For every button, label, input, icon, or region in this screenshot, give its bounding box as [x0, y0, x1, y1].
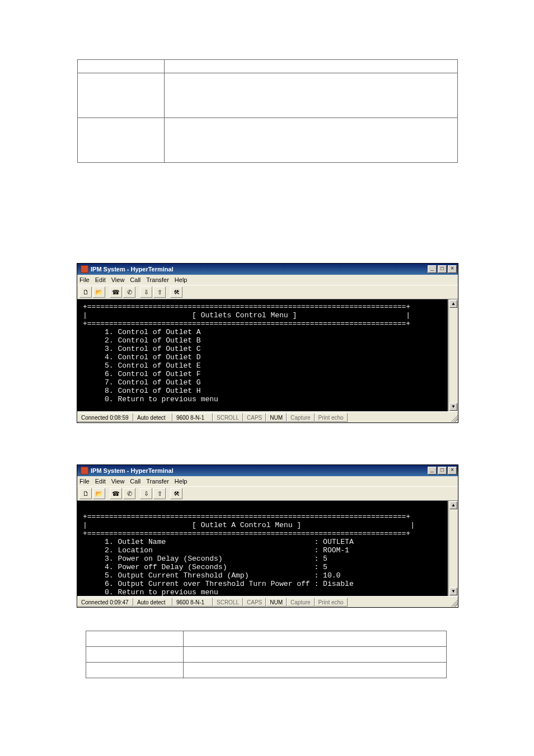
t1-r1c1 — [78, 60, 165, 73]
vertical-scrollbar[interactable]: ▲ ▼ — [448, 299, 457, 411]
connect-icon[interactable]: ☎ — [110, 287, 122, 298]
row-0: 0. Return to previous menu — [105, 588, 218, 596]
connect-icon[interactable]: ☎ — [110, 488, 122, 499]
menu-item-2: 2. Control of Outlet B — [105, 336, 201, 345]
titlebar[interactable]: IPM System - HyperTerminal _ □ × — [77, 264, 458, 275]
status-num: NUM — [266, 598, 287, 607]
status-num: NUM — [266, 413, 287, 422]
terminal-output[interactable]: +=======================================… — [77, 299, 458, 411]
row-1-label: 1. Outlet Name — [105, 538, 166, 546]
t1-r3c2 — [164, 118, 457, 163]
t2-r1c1 — [86, 631, 184, 647]
row-2-label: 2. Location — [105, 546, 153, 555]
send-icon[interactable]: ⇩ — [140, 488, 152, 499]
row-3-value: 5 — [323, 555, 327, 563]
hyperterminal-window-outlet-a-control: IPM System - HyperTerminal _ □ × File Ed… — [77, 464, 458, 608]
status-caps: CAPS — [243, 598, 266, 607]
terminal-output[interactable]: +=======================================… — [77, 501, 458, 596]
maximize-button[interactable]: □ — [438, 265, 447, 273]
statusbar: Connected 0:09:47 Auto detect 9600 8-N-1… — [77, 596, 458, 607]
status-detect: Auto detect — [133, 413, 172, 422]
status-baud: 9600 8-N-1 — [172, 598, 213, 607]
menu-transfer[interactable]: Transfer — [146, 478, 169, 485]
menu-edit[interactable]: Edit — [95, 478, 106, 485]
open-icon[interactable]: 📂 — [93, 287, 105, 298]
titlebar[interactable]: IPM System - HyperTerminal _ □ × — [77, 465, 458, 476]
menu-edit[interactable]: Edit — [95, 276, 106, 283]
menu-transfer[interactable]: Transfer — [146, 276, 169, 283]
row-5-value: 10.0 — [323, 571, 340, 580]
menu-call[interactable]: Call — [130, 478, 140, 485]
t1-r2c2 — [164, 73, 457, 118]
properties-icon[interactable]: 🛠 — [170, 287, 182, 298]
row-3-label: 3. Power on Delay (Seconds) — [105, 555, 223, 563]
menu-view[interactable]: View — [111, 478, 125, 485]
t2-r3c2 — [183, 663, 446, 678]
status-scroll: SCROLL — [213, 598, 243, 607]
scroll-up-icon[interactable]: ▲ — [449, 300, 457, 308]
menu-item-1: 1. Control of Outlet A — [105, 328, 201, 336]
t2-r1c2 — [183, 631, 446, 647]
status-connected: Connected 0:09:47 — [77, 598, 133, 607]
menu-item-0: 0. Return to previous menu — [105, 395, 218, 403]
t1-r1c2 — [164, 60, 457, 73]
t1-r3c1 — [78, 118, 165, 163]
status-capture: Capture — [287, 598, 315, 607]
menu-call[interactable]: Call — [130, 276, 140, 283]
menu-help[interactable]: Help — [175, 276, 188, 283]
new-icon[interactable]: 🗋 — [79, 287, 92, 298]
menu-item-7: 7. Control of Outlet G — [105, 378, 201, 387]
menu-item-4: 4. Control of Outlet D — [105, 353, 201, 361]
row-6-value: Disable — [323, 580, 354, 588]
scroll-up-icon[interactable]: ▲ — [449, 501, 457, 509]
row-2-value: ROOM-1 — [323, 546, 349, 555]
close-button[interactable]: × — [448, 467, 457, 475]
row-4-value: 5 — [323, 563, 327, 571]
menu-file[interactable]: File — [79, 276, 90, 283]
receive-icon[interactable]: ⇧ — [153, 287, 166, 298]
minimize-button[interactable]: _ — [428, 467, 437, 475]
menu-header: [ Outlets Control Menu ] — [192, 311, 297, 320]
window-title: IPM System - HyperTerminal — [91, 266, 428, 273]
toolbar: 🗋 📂 ☎ ✆ ⇩ ⇧ 🛠 — [77, 285, 458, 299]
toolbar: 🗋 📂 ☎ ✆ ⇩ ⇧ 🛠 — [77, 486, 458, 501]
menu-help[interactable]: Help — [175, 478, 188, 485]
row-5-label: 5. Output Current Threshold (Amp) — [105, 571, 249, 580]
new-icon[interactable]: 🗋 — [79, 488, 92, 499]
menu-file[interactable]: File — [79, 478, 90, 485]
status-caps: CAPS — [243, 413, 266, 422]
menu-view[interactable]: View — [111, 276, 125, 283]
t2-r3c1 — [86, 663, 184, 678]
statusbar: Connected 0:08:59 Auto detect 9600 8-N-1… — [77, 411, 458, 422]
t1-r2c1 — [78, 73, 165, 118]
window-title: IPM System - HyperTerminal — [91, 467, 428, 474]
hyperterminal-window-outlets-control: IPM System - HyperTerminal _ □ × File Ed… — [77, 263, 458, 423]
status-capture: Capture — [287, 413, 315, 422]
app-icon — [81, 265, 88, 273]
status-scroll: SCROLL — [213, 413, 243, 422]
status-connected: Connected 0:08:59 — [77, 413, 133, 422]
menu-header: [ Outlet A Control Menu ] — [192, 521, 301, 529]
menu-item-8: 8. Control of Outlet H — [105, 387, 201, 395]
receive-icon[interactable]: ⇧ — [153, 488, 166, 499]
properties-icon[interactable]: 🛠 — [170, 488, 182, 499]
disconnect-icon[interactable]: ✆ — [123, 287, 135, 298]
vertical-scrollbar[interactable]: ▲ ▼ — [448, 501, 457, 596]
t2-r2c1 — [86, 647, 184, 663]
t2-r2c2 — [183, 647, 446, 663]
menu-item-5: 5. Control of Outlet E — [105, 361, 201, 370]
spec-table-bottom — [86, 631, 447, 678]
minimize-button[interactable]: _ — [428, 265, 437, 273]
scroll-down-icon[interactable]: ▼ — [449, 588, 457, 595]
send-icon[interactable]: ⇩ — [140, 287, 152, 298]
status-printecho: Print echo — [315, 598, 348, 607]
resize-grip-icon[interactable] — [449, 413, 458, 422]
resize-grip-icon[interactable] — [449, 598, 458, 607]
maximize-button[interactable]: □ — [438, 467, 447, 475]
open-icon[interactable]: 📂 — [93, 488, 105, 499]
menu-item-3: 3. Control of Outlet C — [105, 345, 201, 353]
row-4-label: 4. Power off Delay (Seconds) — [105, 563, 227, 571]
scroll-down-icon[interactable]: ▼ — [449, 403, 457, 411]
close-button[interactable]: × — [448, 265, 457, 273]
disconnect-icon[interactable]: ✆ — [123, 488, 135, 499]
